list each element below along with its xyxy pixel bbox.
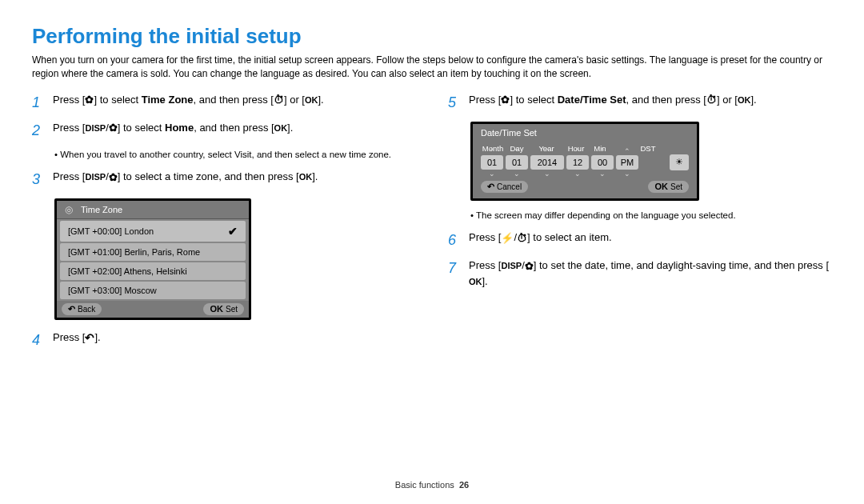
left-column: 1 Press [] to select Time Zone, and then…	[32, 92, 416, 358]
txt: ].	[287, 122, 293, 134]
txt: ] to select	[510, 94, 557, 106]
step-2-note: When you travel to another country, sele…	[54, 148, 416, 161]
step-5-note: The screen may differ depending on the l…	[470, 209, 832, 222]
txt: ].	[482, 275, 488, 287]
step-text: Press [/] to select a time zone, and the…	[53, 169, 416, 190]
bold: Date/Time Set	[558, 94, 626, 106]
ok-icon	[469, 275, 482, 289]
timezone-footer: ↶Back OKSet	[57, 301, 249, 318]
datetime-footer: ↶Cancel OKSet	[473, 178, 697, 195]
step-5: 5 Press [] to select Date/Time Set, and …	[448, 92, 832, 114]
step-text: Press [/] to select an item.	[469, 230, 832, 251]
dst-toggle[interactable]	[670, 154, 689, 170]
txt: ] to select an item.	[527, 231, 612, 243]
timer-icon	[706, 92, 717, 108]
back-label: Back	[78, 305, 95, 314]
step-text: Press [] to select Time Zone, and then p…	[53, 92, 416, 114]
timezone-item-label: [GMT +00:00] London	[68, 226, 154, 236]
timer-icon	[274, 92, 284, 108]
timezone-item[interactable]: [GMT +02:00] Athens, Helsinki	[60, 262, 246, 280]
step-6: 6 Press [/] to select an item.	[448, 230, 832, 251]
set-label: Set	[226, 305, 238, 314]
step-text: Press [] to select Date/Time Set, and th…	[469, 92, 832, 114]
cancel-label: Cancel	[497, 182, 522, 191]
txt: , and then press [	[194, 122, 274, 134]
step-3: 3 Press [/] to select a time zone, and t…	[32, 169, 416, 190]
check-icon	[228, 225, 238, 238]
bold: Time Zone	[142, 94, 194, 106]
txt: ] or [	[284, 94, 305, 106]
datetime-title: Date/Time Set	[473, 124, 697, 144]
day-stepper[interactable]: 01	[506, 155, 528, 170]
page-title: Performing the initial setup	[32, 24, 832, 49]
ok-icon	[299, 170, 313, 184]
timezone-item[interactable]: [GMT +00:00] London	[60, 221, 246, 242]
footer-section: Basic functions	[395, 480, 454, 490]
datetime-row: 01 01 2014 12 00 PM	[473, 154, 697, 170]
step-2: 2 Press [/] to select Home, and then pre…	[32, 120, 416, 142]
timezone-item[interactable]: [GMT +03:00] Moscow	[60, 282, 246, 299]
timezone-title: Time Zone	[81, 205, 122, 214]
txt: ] to set the date, time, and daylight-sa…	[534, 259, 829, 271]
step-number: 7	[448, 258, 464, 290]
timezone-item-label: [GMT +01:00] Berlin, Paris, Rome	[68, 247, 200, 257]
step-text: Press [/] to select Home, and then press…	[53, 120, 416, 142]
txt: ].	[94, 331, 100, 343]
content-columns: 1 Press [] to select Time Zone, and then…	[32, 92, 832, 358]
txt: Press [	[53, 331, 85, 343]
back-button[interactable]: ↶Back	[62, 303, 102, 315]
set-button[interactable]: OKSet	[648, 181, 689, 193]
step-number: 3	[32, 169, 48, 190]
txt: , and then press [	[626, 94, 706, 106]
step-text: Press [].	[53, 330, 416, 351]
txt: Press [	[53, 122, 85, 134]
flash-icon	[501, 230, 514, 246]
page-footer: Basic functions 26	[0, 480, 864, 490]
step-number: 1	[32, 92, 48, 114]
txt: Press [	[469, 94, 501, 106]
set-button[interactable]: OKSet	[203, 303, 244, 315]
back-icon	[85, 330, 94, 346]
txt: Press [	[53, 170, 85, 182]
txt: Press [	[469, 231, 501, 243]
datetime-screenshot: Date/Time Set Month Day Year Hour Min DS…	[470, 122, 699, 201]
step-number: 6	[448, 230, 464, 251]
timezone-item-label: [GMT +03:00] Moscow	[68, 286, 157, 295]
ampm-stepper[interactable]: PM	[616, 155, 638, 170]
cancel-button[interactable]: ↶Cancel	[481, 181, 528, 193]
timer-icon	[517, 230, 527, 246]
flower-icon	[525, 258, 534, 274]
flower-icon	[109, 120, 118, 136]
step-4: 4 Press [].	[32, 330, 416, 351]
timezone-screenshot: Time Zone [GMT +00:00] London [GMT +01:0…	[54, 198, 251, 320]
flower-icon	[501, 92, 510, 108]
ok-icon	[305, 94, 318, 107]
back-icon: ↶	[68, 304, 75, 314]
hour-stepper[interactable]: 12	[566, 155, 589, 170]
ok-icon: OK	[654, 182, 668, 191]
disp-icon	[85, 170, 106, 184]
timezone-item[interactable]: [GMT +01:00] Berlin, Paris, Rome	[60, 243, 246, 261]
flower-icon	[109, 170, 118, 186]
disp-icon	[85, 122, 106, 135]
txt: Press [	[469, 259, 501, 271]
step-number: 2	[32, 120, 48, 142]
timezone-header: Time Zone	[57, 201, 249, 219]
min-stepper[interactable]: 00	[591, 155, 614, 170]
txt: ].	[312, 170, 318, 182]
ok-icon	[738, 94, 751, 107]
txt: ].	[750, 94, 756, 106]
step-text: Press [/] to set the date, time, and day…	[469, 258, 832, 290]
step-number: 4	[32, 330, 48, 351]
ok-icon: OK	[210, 304, 223, 314]
year-stepper[interactable]: 2014	[530, 155, 564, 170]
txt: , and then press [	[194, 94, 274, 106]
txt: Press [	[53, 94, 85, 106]
txt: ] to select	[118, 122, 165, 134]
flower-icon	[85, 92, 94, 108]
right-column: 5 Press [] to select Date/Time Set, and …	[448, 92, 832, 358]
txt: ] to select	[94, 94, 141, 106]
bold: Home	[165, 122, 194, 134]
txt: ] to select a time zone, and then press …	[118, 170, 299, 182]
month-stepper[interactable]: 01	[481, 155, 503, 170]
